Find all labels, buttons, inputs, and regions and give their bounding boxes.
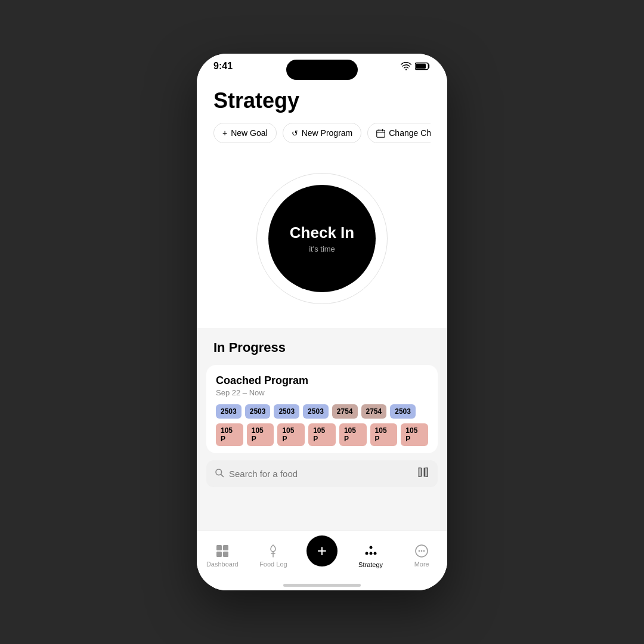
dashboard-icon bbox=[215, 544, 230, 558]
protein-tag: 105 P bbox=[339, 423, 367, 446]
status-time: 9:41 bbox=[213, 61, 233, 72]
new-program-label: New Program bbox=[302, 128, 353, 138]
nav-label-foodlog: Food Log bbox=[259, 561, 287, 568]
dynamic-island bbox=[286, 60, 358, 80]
check-in-section: Check In it's time bbox=[197, 155, 447, 328]
svg-rect-5 bbox=[419, 468, 420, 477]
plus-icon: + bbox=[222, 128, 227, 138]
foodlog-icon bbox=[266, 544, 280, 558]
nav-label-dashboard: Dashboard bbox=[206, 561, 239, 568]
svg-rect-17 bbox=[223, 545, 228, 550]
svg-rect-10 bbox=[426, 468, 426, 477]
nav-item-dashboard[interactable]: Dashboard bbox=[205, 544, 240, 568]
nav-label-more: More bbox=[414, 561, 429, 568]
svg-rect-6 bbox=[420, 468, 420, 477]
svg-rect-16 bbox=[216, 545, 222, 550]
bottom-nav: Dashboard Food Log + Strategy bbox=[197, 530, 447, 590]
program-name: Coached Program bbox=[216, 374, 428, 387]
svg-rect-19 bbox=[223, 552, 228, 557]
calorie-tag: 2754 bbox=[332, 404, 358, 419]
svg-rect-8 bbox=[423, 468, 423, 477]
in-progress-title: In Progress bbox=[197, 340, 447, 365]
svg-rect-13 bbox=[425, 476, 428, 477]
action-buttons: + New Goal ↺ New Program Change Ch... bbox=[213, 123, 431, 143]
search-bar[interactable] bbox=[206, 460, 438, 487]
battery-icon bbox=[415, 62, 431, 70]
top-section: Strategy + New Goal ↺ New Program Change… bbox=[197, 74, 447, 155]
page-title: Strategy bbox=[213, 88, 431, 113]
status-icons bbox=[401, 62, 431, 70]
strategy-icon bbox=[363, 543, 379, 559]
svg-rect-18 bbox=[216, 552, 222, 557]
change-ch-button[interactable]: Change Ch... bbox=[367, 123, 431, 143]
protein-tag: 105 P bbox=[308, 423, 336, 446]
nav-item-foodlog[interactable]: Food Log bbox=[255, 544, 291, 568]
svg-rect-9 bbox=[424, 468, 426, 477]
svg-rect-3 bbox=[377, 130, 385, 137]
nav-label-strategy: Strategy bbox=[358, 561, 383, 568]
nav-item-strategy[interactable]: Strategy bbox=[353, 543, 389, 568]
svg-point-0 bbox=[405, 69, 407, 70]
wifi-icon bbox=[401, 62, 411, 70]
program-card: Coached Program Sep 22 – Now 25032503250… bbox=[206, 365, 438, 453]
svg-point-27 bbox=[423, 550, 425, 552]
protein-tag: 105 P bbox=[401, 423, 428, 446]
calorie-tags: 2503250325032503275427542503 bbox=[216, 404, 428, 419]
svg-rect-7 bbox=[421, 468, 422, 477]
svg-rect-12 bbox=[419, 476, 421, 477]
svg-rect-11 bbox=[427, 468, 428, 477]
check-in-outer: Check In it's time bbox=[256, 173, 388, 304]
check-in-button[interactable]: Check In it's time bbox=[268, 185, 376, 292]
svg-point-21 bbox=[365, 552, 368, 555]
svg-point-23 bbox=[369, 552, 372, 555]
svg-point-26 bbox=[421, 550, 423, 552]
check-in-label: Check In bbox=[290, 224, 354, 242]
nav-item-more[interactable]: More bbox=[404, 544, 439, 568]
search-input[interactable] bbox=[229, 469, 413, 479]
protein-tag: 105 P bbox=[277, 423, 305, 446]
svg-rect-2 bbox=[416, 64, 426, 69]
search-icon bbox=[215, 468, 224, 480]
check-in-sub: it's time bbox=[309, 244, 335, 253]
calorie-tag: 2754 bbox=[361, 404, 387, 419]
protein-tag: 105 P bbox=[370, 423, 398, 446]
calorie-tag: 2503 bbox=[303, 404, 329, 419]
new-goal-label: New Goal bbox=[231, 128, 267, 138]
calorie-tag: 2503 bbox=[245, 404, 271, 419]
protein-tag: 105 P bbox=[247, 423, 274, 446]
more-icon bbox=[414, 544, 429, 558]
svg-point-20 bbox=[369, 546, 372, 549]
new-goal-button[interactable]: + New Goal bbox=[213, 123, 277, 143]
protein-tag: 105 P bbox=[216, 423, 243, 446]
barcode-icon[interactable] bbox=[417, 466, 429, 481]
svg-point-22 bbox=[373, 552, 376, 555]
nav-add-button[interactable]: + bbox=[306, 535, 338, 566]
svg-point-25 bbox=[419, 550, 420, 552]
screen-content: Strategy + New Goal ↺ New Program Change… bbox=[197, 74, 447, 590]
phone-frame: 9:41 Strategy + New Goal bbox=[197, 54, 447, 590]
calorie-tag: 2503 bbox=[216, 404, 242, 419]
svg-rect-14 bbox=[419, 467, 421, 468]
refresh-icon: ↺ bbox=[292, 129, 298, 138]
calorie-tag: 2503 bbox=[274, 404, 299, 419]
plus-icon: + bbox=[317, 543, 327, 559]
program-date: Sep 22 – Now bbox=[216, 388, 428, 397]
calorie-tag: 2503 bbox=[390, 404, 416, 419]
calendar-icon bbox=[376, 129, 385, 138]
home-indicator bbox=[283, 584, 361, 587]
svg-rect-15 bbox=[425, 467, 428, 468]
change-ch-label: Change Ch... bbox=[389, 128, 431, 138]
new-program-button[interactable]: ↺ New Program bbox=[283, 123, 362, 143]
protein-tags: 105 P105 P105 P105 P105 P105 P105 P bbox=[216, 423, 428, 446]
